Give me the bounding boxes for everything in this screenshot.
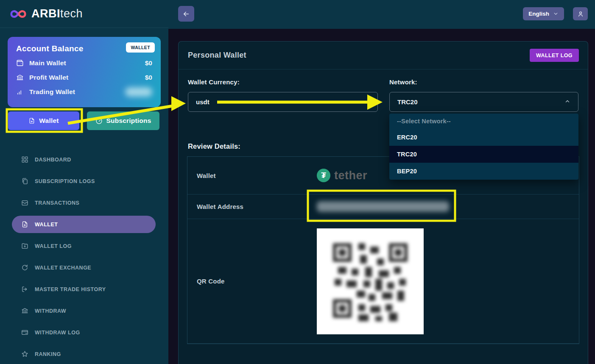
review-details-table: Wallet ₮ tether Wallet Address QR (187, 156, 579, 344)
wallet-address-blurred (317, 201, 449, 212)
subscriptions-button-label: Subscriptions (106, 117, 151, 125)
menu-label: MASTER TRADE HISTORY (35, 286, 106, 292)
wallet-badge: WALLET (126, 42, 155, 53)
brand-light: tech (60, 7, 83, 20)
wallet-currency-label: Wallet Currency: (188, 78, 240, 86)
sidebar-menu: DASHBOARD SUBSCRIPTION LOGS TRANSACTIONS… (0, 149, 168, 364)
sidebar-item-master-trade-history[interactable]: MASTER TRADE HISTORY (0, 278, 168, 300)
card-header: Personal Wallet WALLET LOG (179, 42, 588, 69)
exchange-icon (21, 264, 28, 271)
tether-wordmark: tether (334, 169, 367, 182)
wallet-currency-input[interactable]: usdt (188, 92, 378, 112)
table-row-qr-code: QR Code (187, 219, 579, 344)
network-selected-value: TRC20 (397, 98, 418, 106)
network-select[interactable]: TRC20 (389, 92, 578, 112)
bank-icon (16, 74, 24, 81)
trading-wallet-blurred-value (125, 87, 152, 97)
file-plus-icon (21, 221, 28, 228)
wallet-address-row-label: Wallet Address (187, 195, 317, 219)
brand-name: ARBItech (31, 7, 83, 20)
inbox-icon (21, 199, 28, 206)
sidebar-item-wallet-log[interactable]: WALLET LOG (0, 235, 168, 257)
personal-wallet-card: Personal Wallet WALLET LOG Wallet Curren… (178, 41, 588, 364)
brand-logo: ARBItech (0, 0, 168, 28)
wallet-button[interactable]: Wallet (8, 111, 79, 130)
balance-row-profit-wallet: Profit Wallet $0 (16, 73, 152, 82)
wallet-log-button[interactable]: WALLET LOG (530, 49, 579, 62)
sidebar-item-withdraw[interactable]: WITHDRAW (0, 300, 168, 322)
sidebar-action-buttons: Wallet Subscriptions (8, 111, 160, 130)
sidebar-item-wallet-exchange[interactable]: WALLET EXCHANGE (0, 257, 168, 278)
copy-icon (21, 178, 28, 185)
network-dropdown: --Select Network-- ERC20 TRC20 BEP20 (389, 114, 578, 180)
sidebar-item-dashboard[interactable]: DASHBOARD (0, 149, 168, 170)
tether-logo: ₮ tether (317, 169, 367, 182)
network-label: Network: (389, 78, 417, 86)
network-option-bep20[interactable]: BEP20 (389, 163, 578, 180)
network-option-erc20[interactable]: ERC20 (389, 129, 578, 146)
balance-row-label: Profit Wallet (29, 74, 68, 81)
main-content: Personal Wallet WALLET LOG Wallet Curren… (168, 29, 595, 364)
dashboard-icon (21, 156, 28, 163)
page: ARBItech Account Balance WALLET Main Wal… (0, 0, 595, 364)
file-plus-icon (28, 117, 35, 124)
sidebar: ARBItech Account Balance WALLET Main Wal… (0, 0, 168, 364)
menu-label: RANKING (35, 351, 61, 357)
table-row-wallet-address: Wallet Address (187, 195, 579, 219)
gauge-icon (95, 117, 103, 125)
bank-icon (21, 307, 28, 314)
language-label: English (528, 11, 549, 17)
balance-row-value: $0 (145, 74, 152, 81)
logout-icon (21, 286, 28, 293)
page-title: Personal Wallet (188, 51, 246, 60)
tether-coin-icon: ₮ (317, 169, 330, 182)
arrow-left-icon (182, 10, 190, 18)
card-icon (21, 329, 28, 336)
qr-code-row-label: QR Code (187, 219, 317, 343)
wallet-row-label: Wallet (187, 157, 317, 194)
sidebar-item-withdraw-log[interactable]: WITHDRAW LOG (0, 322, 168, 343)
balance-row-main-wallet: Main Wallet $0 (16, 58, 152, 68)
star-icon (21, 350, 28, 358)
back-button[interactable] (178, 6, 194, 22)
qr-code-blurred-image (317, 228, 424, 334)
menu-label: SUBSCRIPTION LOGS (35, 178, 95, 184)
user-profile-button[interactable] (573, 7, 588, 20)
sidebar-item-transactions[interactable]: TRANSACTIONS (0, 192, 168, 214)
folder-plus-icon (21, 242, 28, 250)
review-details-title: Review Details: (188, 142, 240, 150)
chevron-down-icon (553, 11, 559, 17)
sidebar-item-wallet[interactable]: WALLET (12, 216, 156, 233)
network-option-trc20[interactable]: TRC20 (389, 146, 578, 163)
balance-row-trading-wallet: Trading Wallet (16, 87, 152, 97)
infinity-logo-icon (8, 8, 28, 20)
subscriptions-button[interactable]: Subscriptions (87, 111, 159, 130)
wallet-button-label: Wallet (39, 117, 59, 125)
sidebar-item-subscription-logs[interactable]: SUBSCRIPTION LOGS (0, 170, 168, 192)
balance-row-label: Trading Wallet (29, 88, 75, 96)
network-option-placeholder[interactable]: --Select Network-- (389, 114, 578, 129)
language-selector[interactable]: English (523, 7, 564, 20)
account-balance-card: Account Balance WALLET Main Wallet $0 Pr… (8, 37, 161, 107)
balance-row-label: Main Wallet (29, 59, 66, 67)
wallet-currency-value: usdt (196, 98, 210, 106)
topbar: English (168, 0, 595, 29)
user-icon (577, 11, 584, 17)
chevron-up-icon (564, 98, 570, 104)
sidebar-item-ranking[interactable]: RANKING (0, 343, 168, 364)
wallet-icon (16, 59, 24, 67)
menu-label: WITHDRAW (35, 308, 66, 314)
menu-label: WALLET LOG (35, 243, 72, 249)
menu-label: WALLET EXCHANGE (35, 265, 91, 271)
chart-icon (16, 88, 24, 96)
menu-label: WITHDRAW LOG (35, 330, 80, 336)
brand-bold: ARBI (31, 7, 60, 20)
menu-label: DASHBOARD (35, 157, 71, 163)
menu-label: TRANSACTIONS (35, 200, 79, 206)
balance-row-value: $0 (145, 59, 152, 67)
menu-label: WALLET (35, 222, 58, 228)
